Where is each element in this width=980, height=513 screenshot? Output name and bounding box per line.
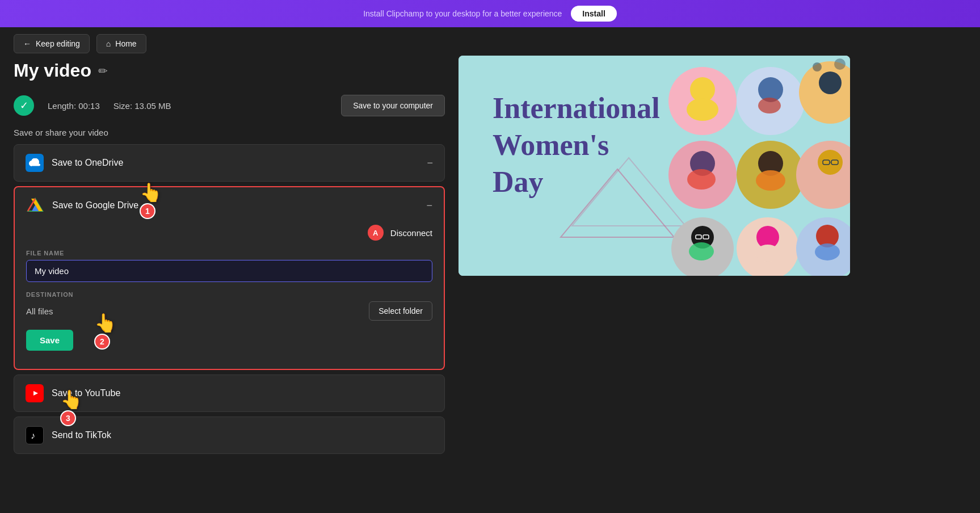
install-banner: Install Clipchamp to your desktop for a … [0,0,980,27]
keep-editing-button[interactable]: ← Keep editing [14,34,90,53]
svg-point-15 [687,98,718,121]
gdrive-label: Save to Google Drive [52,200,138,211]
onedrive-expand-btn[interactable]: − [427,157,433,169]
svg-text:♪: ♪ [31,431,35,440]
gdrive-header[interactable]: Save to Google Drive − [26,196,432,215]
tiktok-icon: ♪ [26,426,44,444]
page-title-row: My video ✏ [14,60,445,81]
right-panel: International Women's Day [459,56,966,459]
youtube-header: Save to YouTube [26,384,433,402]
save-option-youtube[interactable]: Save to YouTube [14,375,445,412]
youtube-icon [26,384,44,402]
file-name-label: FILE NAME [26,250,432,256]
destination-label: DESTINATION [26,291,432,298]
left-panel: My video ✏ ✓ Length: 00:13 Size: 13.05 M… [14,60,445,459]
svg-point-25 [687,169,716,190]
svg-point-28 [756,170,785,191]
gdrive-expanded-content: A Disconnect FILE NAME DESTINATION All f… [26,222,432,369]
save-share-label: Save or share your video [14,128,445,137]
video-info-row: ✓ Length: 00:13 Size: 13.05 MB Save to y… [14,95,445,116]
select-folder-button[interactable]: Select folder [369,301,432,321]
svg-point-38 [689,242,714,260]
youtube-label: Save to YouTube [52,388,120,398]
video-length: Length: 00:13 [48,101,100,111]
gdrive-expand-btn[interactable]: − [426,200,432,212]
destination-row: All files Select folder [26,301,432,321]
onedrive-icon [26,154,44,172]
svg-point-21 [813,62,822,72]
save-options-list: Save to OneDrive − [14,144,445,459]
save-option-onedrive[interactable]: Save to OneDrive − [14,144,445,182]
main-content: My video ✏ ✓ Length: 00:13 Size: 13.05 M… [0,60,980,459]
svg-text:International: International [493,92,660,124]
back-arrow-icon: ← [23,39,31,48]
account-row: A Disconnect [26,222,432,241]
disconnect-button[interactable]: Disconnect [390,228,432,238]
svg-point-44 [815,243,840,260]
save-to-computer-button[interactable]: Save to your computer [341,95,445,116]
video-size: Size: 13.05 MB [113,101,171,111]
onedrive-header: Save to OneDrive − [26,154,433,172]
svg-point-18 [758,98,781,113]
svg-point-20 [819,72,842,94]
gdrive-save-button[interactable]: Save [26,330,73,351]
banner-text: Install Clipchamp to your desktop for a … [363,9,562,18]
account-avatar: A [368,225,384,241]
destination-value: All files [26,306,362,316]
home-icon: ⌂ [106,39,111,48]
svg-text:Women's: Women's [493,129,609,161]
install-button[interactable]: Install [571,6,616,22]
save-option-gdrive: Save to Google Drive − A Disconnect FILE… [14,186,445,370]
tiktok-header: ♪ Send to TikTok [26,426,433,444]
save-option-tiktok[interactable]: ♪ Send to TikTok [14,417,445,454]
gdrive-icon [26,196,44,215]
status-check-icon: ✓ [14,95,34,116]
page-title: My video [14,60,91,81]
file-name-input[interactable] [26,260,432,282]
video-preview: International Women's Day [459,56,850,276]
tiktok-label: Send to TikTok [52,430,111,440]
svg-point-22 [834,58,846,70]
onedrive-label: Save to OneDrive [52,158,123,168]
home-button[interactable]: ⌂ Home [96,34,146,53]
svg-point-41 [755,245,780,262]
svg-text:Day: Day [493,166,544,198]
edit-title-icon[interactable]: ✏ [98,64,108,78]
